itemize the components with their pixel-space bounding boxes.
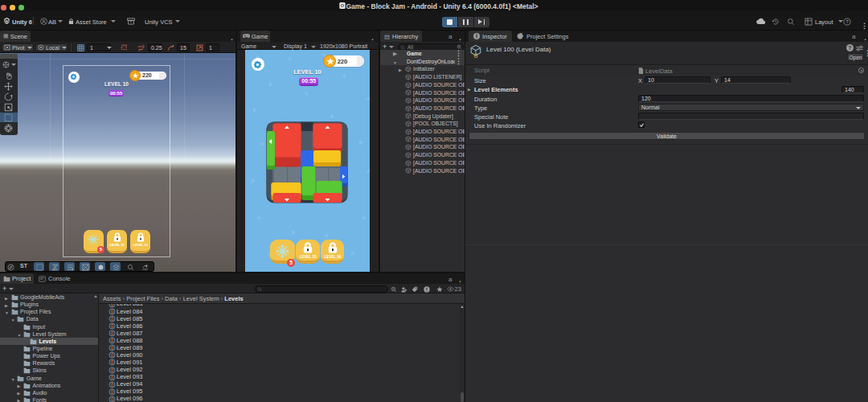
svg-text:{}: {}	[111, 324, 114, 328]
svg-text:{}: {}	[474, 52, 478, 58]
svg-text:{}: {}	[111, 397, 114, 401]
svg-text:{}: {}	[111, 354, 114, 358]
svg-text:{}: {}	[111, 383, 114, 387]
svg-text:{}: {}	[111, 317, 114, 321]
svg-text:{}: {}	[111, 375, 114, 379]
svg-text:{}: {}	[111, 368, 114, 372]
svg-text:{}: {}	[111, 339, 114, 343]
svg-text:8: 8	[458, 45, 460, 48]
svg-text:{}: {}	[111, 390, 114, 394]
svg-text:{}: {}	[111, 332, 114, 336]
svg-text:{}: {}	[111, 361, 114, 365]
svg-text:{}: {}	[111, 304, 114, 306]
svg-text:?: ?	[845, 18, 848, 23]
svg-text:5: 5	[138, 49, 140, 51]
svg-text:{}: {}	[111, 347, 114, 351]
svg-text:{}: {}	[111, 310, 114, 314]
